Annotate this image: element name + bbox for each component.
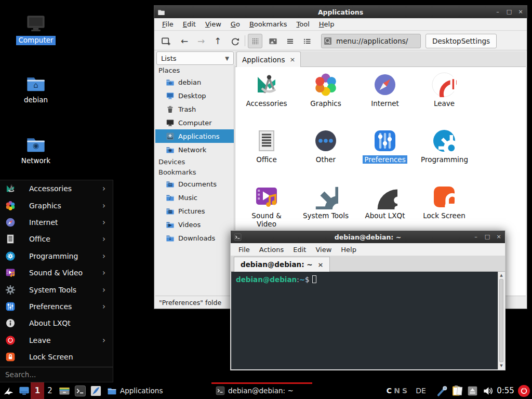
fm-titlebar[interactable]: Applications – □ × xyxy=(154,6,527,18)
leave-button[interactable] xyxy=(517,382,531,399)
sidebar-mode-combo[interactable]: Lists ▼ xyxy=(156,51,234,65)
app-item-system-tools[interactable]: System Tools xyxy=(297,184,355,220)
minimize-button[interactable]: – xyxy=(473,234,479,240)
menu-item-about-lxqt[interactable]: About LXQt xyxy=(0,315,113,331)
search-input[interactable] xyxy=(4,370,98,379)
desktop-icon-debian[interactable]: ⌂ debian xyxy=(12,73,60,105)
sidebar-item-applications[interactable]: Applications xyxy=(155,129,234,143)
quicklaunch-file-manager[interactable] xyxy=(57,382,72,399)
app-item-graphics[interactable]: Graphics xyxy=(297,72,355,108)
menu-item-system-tools[interactable]: System Tools › xyxy=(0,281,113,298)
num-lock-indicator[interactable]: N xyxy=(393,382,401,399)
tab-applications[interactable]: Applications × xyxy=(236,51,301,67)
show-desktop-button[interactable] xyxy=(17,382,31,399)
sidebar-item-home[interactable]: ⌂ debian xyxy=(155,75,234,89)
app-item-accessories[interactable]: Accessories xyxy=(237,72,296,108)
menu-item-leave[interactable]: Leave › xyxy=(0,332,113,349)
app-item-office[interactable]: Office xyxy=(237,128,296,164)
menu-file[interactable]: File xyxy=(157,19,178,29)
scrollbar-thumb[interactable] xyxy=(499,279,503,362)
desktop-settings-button[interactable]: DesktopSettings xyxy=(425,34,497,48)
task-button-applications[interactable]: Applications xyxy=(107,382,174,399)
sidebar-item-pictures[interactable]: ▦ Pictures xyxy=(155,204,234,218)
tray-screenshot-tool[interactable] xyxy=(435,382,449,399)
tab-close-icon[interactable]: × xyxy=(289,56,295,63)
menu-file[interactable]: File xyxy=(234,245,255,255)
menu-edit[interactable]: Edit xyxy=(288,245,311,255)
sidebar-item-music[interactable]: ♪ Music xyxy=(155,191,234,204)
clock[interactable]: 0:55 xyxy=(495,382,516,399)
app-item-label: Sound & Video xyxy=(242,211,291,228)
menu-item-programming[interactable]: Programming › xyxy=(0,248,113,264)
thumbnail-view-button[interactable] xyxy=(265,34,280,48)
menu-help[interactable]: Help xyxy=(336,245,361,255)
quicklaunch-terminal[interactable] xyxy=(73,382,87,399)
close-button[interactable]: × xyxy=(496,234,502,240)
quicklaunch-featherpad[interactable] xyxy=(88,382,103,399)
sidebar-item-documents[interactable]: ▤ Documents xyxy=(155,177,234,191)
task-button-terminal[interactable]: debian@debian: ~ xyxy=(211,382,312,399)
menu-go[interactable]: Go xyxy=(226,19,245,29)
main-menu-button[interactable] xyxy=(2,382,16,399)
compact-view-button[interactable] xyxy=(283,34,297,48)
sidebar-item-downloads[interactable]: ↓ Downloads xyxy=(155,231,234,245)
sidebar-item-computer[interactable]: Computer xyxy=(155,116,234,129)
menu-actions[interactable]: Actions xyxy=(255,245,289,255)
sidebar-item-desktop[interactable]: Desktop xyxy=(155,89,234,102)
menu-item-preferences[interactable]: Preferences › xyxy=(0,298,113,315)
tray-removable-media[interactable] xyxy=(466,382,479,399)
menu-help[interactable]: Help xyxy=(314,19,339,29)
app-item-programming[interactable]: Programming xyxy=(415,128,473,164)
sidebar-item-trash[interactable]: Trash xyxy=(155,102,234,116)
terminal-content[interactable]: debian@debian:~$ ▲ ▼ xyxy=(231,272,504,369)
detailed-view-button[interactable] xyxy=(300,34,314,48)
desktop-icon-computer[interactable]: Computer xyxy=(12,12,60,45)
workspace-2-button[interactable]: 2 xyxy=(44,382,56,399)
new-tab-button[interactable] xyxy=(158,34,173,48)
menu-item-internet[interactable]: Internet › xyxy=(0,214,113,231)
menu-tool[interactable]: Tool xyxy=(292,19,314,29)
menu-bookmarks[interactable]: Bookmarks xyxy=(245,19,292,29)
menu-view[interactable]: View xyxy=(311,245,336,255)
scroll-down-icon[interactable]: ▼ xyxy=(498,364,504,368)
scroll-up-icon[interactable]: ▲ xyxy=(498,273,504,277)
terminal-titlebar[interactable]: debian@debian: ~ – □ × xyxy=(231,231,505,243)
menu-item-sound-video[interactable]: Sound & Video › xyxy=(0,264,113,281)
tray-clipboard-manager[interactable] xyxy=(450,382,464,399)
forward-button[interactable]: → xyxy=(194,34,208,48)
desktop-icon-network[interactable]: ◉ Network xyxy=(12,134,60,166)
keyboard-layout-indicator[interactable]: DE xyxy=(413,382,429,399)
icon-view-button[interactable] xyxy=(248,34,262,48)
app-item-about-lxqt[interactable]: About LXQt xyxy=(356,184,414,220)
terminal-scrollbar[interactable]: ▲ ▼ xyxy=(498,272,504,369)
menu-view[interactable]: View xyxy=(201,19,226,29)
sidebar-item-videos[interactable]: ▶ Videos xyxy=(155,218,234,231)
menu-item-office[interactable]: Office › xyxy=(0,231,113,247)
workspace-1-button[interactable]: 1 xyxy=(31,382,44,399)
app-item-internet[interactable]: Internet xyxy=(356,72,414,108)
tab-close-icon[interactable]: × xyxy=(318,261,324,269)
address-bar[interactable] xyxy=(321,34,421,48)
app-item-sound-video[interactable]: Sound & Video xyxy=(237,184,296,229)
menu-edit[interactable]: Edit xyxy=(178,19,201,29)
menu-item-graphics[interactable]: Graphics › xyxy=(0,197,113,214)
app-item-other[interactable]: Other xyxy=(297,128,355,164)
tray-volume[interactable] xyxy=(481,382,495,399)
minimize-button[interactable]: – xyxy=(495,9,501,15)
menu-item-lock-screen[interactable]: Lock Screen xyxy=(0,349,113,365)
sidebar-item-network[interactable]: ◉ Network xyxy=(155,143,234,156)
maximize-button[interactable]: □ xyxy=(484,234,490,240)
menu-item-accessories[interactable]: Accessories › xyxy=(0,180,113,197)
app-item-leave[interactable]: Leave xyxy=(415,72,473,108)
reload-button[interactable] xyxy=(228,34,242,48)
maximize-button[interactable]: □ xyxy=(506,9,512,15)
app-item-preferences[interactable]: Preferences xyxy=(356,128,414,164)
address-input[interactable] xyxy=(335,36,418,46)
close-button[interactable]: × xyxy=(517,9,524,15)
scroll-lock-indicator[interactable]: S xyxy=(401,382,408,399)
app-item-lock-screen[interactable]: Lock Screen xyxy=(415,184,473,220)
up-button[interactable]: ↑ xyxy=(210,34,225,48)
caps-lock-indicator[interactable]: C xyxy=(385,382,393,399)
terminal-tab[interactable]: debian@debian: ~ × xyxy=(234,257,330,272)
back-button[interactable]: ← xyxy=(177,34,192,48)
